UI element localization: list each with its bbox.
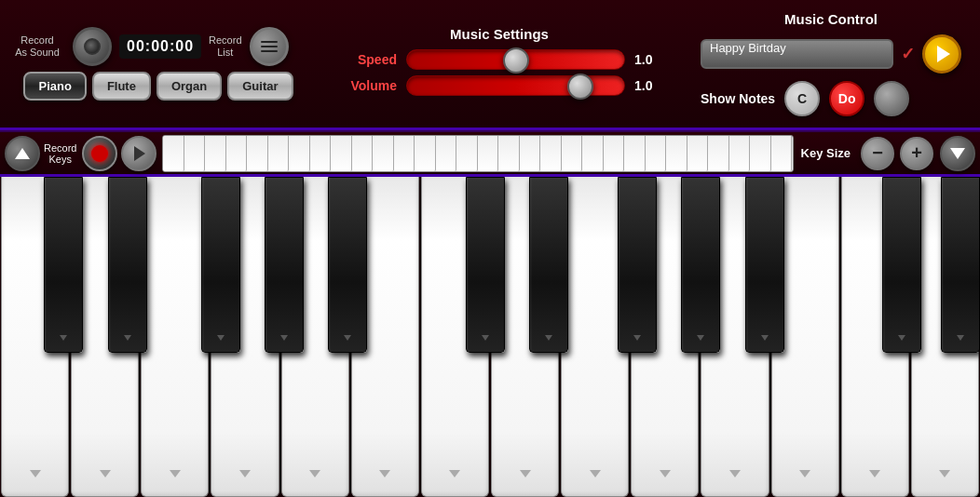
record-as-sound-line2: As Sound xyxy=(15,47,60,59)
mini-white-key[interactable] xyxy=(352,136,374,171)
scroll-down-button[interactable] xyxy=(940,136,975,171)
music-control-section: Music Control Happy Birtday ✓ Show Notes… xyxy=(691,11,971,116)
mini-white-key[interactable] xyxy=(289,136,310,171)
mini-white-key[interactable] xyxy=(624,136,646,171)
time-display: 00:00:00 xyxy=(119,34,201,59)
play-small-icon xyxy=(134,146,145,161)
black-key-11[interactable] xyxy=(882,177,921,353)
checkmark-icon: ✓ xyxy=(901,44,915,64)
note-do-button[interactable]: Do xyxy=(829,81,864,116)
mini-white-key[interactable] xyxy=(708,136,729,171)
mini-white-key[interactable] xyxy=(331,136,352,171)
speed-slider-thumb[interactable] xyxy=(503,47,529,74)
record-controls: Record As Sound 00:00:00 Record List xyxy=(9,27,307,66)
record-as-sound-line1: Record xyxy=(20,34,53,47)
volume-label: Volume xyxy=(341,78,397,93)
music-control-title: Music Control xyxy=(701,11,961,27)
mini-white-key[interactable] xyxy=(520,136,541,171)
black-key-8[interactable] xyxy=(618,177,657,353)
mini-white-key[interactable] xyxy=(687,136,709,171)
mini-white-key[interactable] xyxy=(540,136,562,171)
note-c-button[interactable]: C xyxy=(784,81,820,116)
key-size-minus-button[interactable]: − xyxy=(861,137,894,170)
mini-white-key[interactable] xyxy=(184,136,206,171)
mini-white-key[interactable] xyxy=(604,136,625,171)
show-notes-label: Show Notes xyxy=(701,91,775,106)
mini-white-key[interactable] xyxy=(394,136,415,171)
music-settings-title: Music Settings xyxy=(450,26,549,42)
organ-button[interactable]: Organ xyxy=(157,72,222,101)
speed-slider-row: Speed 1.0 xyxy=(341,49,658,70)
mini-white-key[interactable] xyxy=(247,136,268,171)
record-dot-icon xyxy=(91,145,108,162)
volume-slider-thumb[interactable] xyxy=(567,74,593,100)
piano-button[interactable]: Piano xyxy=(23,72,86,101)
mini-white-key[interactable] xyxy=(478,136,499,171)
instrument-buttons: Piano Flute Organ Guitar xyxy=(23,72,293,101)
white-key-3[interactable] xyxy=(141,177,209,497)
mini-white-key[interactable] xyxy=(373,136,394,171)
record-as-sound-section: Record As Sound xyxy=(9,34,65,59)
black-key-7[interactable] xyxy=(529,177,568,353)
volume-slider-row: Volume 1.0 xyxy=(341,75,658,96)
mini-white-key[interactable] xyxy=(750,136,771,171)
top-bar: Record As Sound 00:00:00 Record List xyxy=(0,0,980,130)
up-arrow-icon xyxy=(15,148,30,159)
record-knob-inner xyxy=(84,38,101,55)
mini-white-key[interactable] xyxy=(562,136,583,171)
record-list-section: Record List xyxy=(209,34,241,59)
mini-white-key[interactable] xyxy=(226,136,248,171)
mini-white-key[interactable] xyxy=(415,136,436,171)
mini-white-key[interactable] xyxy=(666,136,687,171)
record-dot-button[interactable] xyxy=(82,136,117,171)
show-notes-row: Show Notes C Do xyxy=(701,81,961,116)
mini-white-key[interactable] xyxy=(268,136,290,171)
mini-white-key[interactable] xyxy=(205,136,226,171)
mini-white-key[interactable] xyxy=(310,136,332,171)
flute-button[interactable]: Flute xyxy=(92,72,151,101)
speed-value: 1.0 xyxy=(634,52,658,67)
mini-white-key[interactable] xyxy=(582,136,604,171)
mini-keys-container xyxy=(162,135,793,172)
play-button-small[interactable] xyxy=(121,136,157,171)
black-key-5[interactable] xyxy=(328,177,367,353)
mini-white-key[interactable] xyxy=(646,136,667,171)
record-list-line2: List xyxy=(217,47,233,59)
black-key-12[interactable] xyxy=(941,177,980,353)
mini-white-key[interactable] xyxy=(771,136,793,171)
speed-slider-track[interactable] xyxy=(406,49,625,70)
keyboard-area xyxy=(0,177,980,497)
black-key-10[interactable] xyxy=(745,177,784,353)
mini-white-key[interactable] xyxy=(436,136,457,171)
record-keys-label: RecordKeys xyxy=(44,142,76,165)
black-key-2[interactable] xyxy=(108,177,147,353)
black-key-6[interactable] xyxy=(466,177,505,353)
song-row: Happy Birtday ✓ xyxy=(701,34,961,74)
record-list-line1: Record xyxy=(209,34,241,47)
mini-white-key[interactable] xyxy=(729,136,751,171)
black-key-4[interactable] xyxy=(265,177,304,353)
black-key-9[interactable] xyxy=(681,177,720,353)
key-size-plus-button[interactable]: + xyxy=(900,137,933,170)
record-knob[interactable] xyxy=(73,27,112,66)
mini-white-key[interactable] xyxy=(498,136,520,171)
song-select[interactable]: Happy Birtday xyxy=(701,39,893,69)
down-arrow-icon xyxy=(950,148,965,159)
scroll-up-button[interactable] xyxy=(5,136,40,171)
record-list-button[interactable] xyxy=(250,27,289,66)
speed-label: Speed xyxy=(341,52,397,67)
guitar-button[interactable]: Guitar xyxy=(227,72,293,101)
black-key-3[interactable] xyxy=(201,177,240,353)
mini-white-key[interactable] xyxy=(456,136,478,171)
black-key-1[interactable] xyxy=(44,177,83,353)
key-size-label: Key Size xyxy=(801,146,851,160)
piano-keyboard xyxy=(0,177,980,497)
play-button-large[interactable] xyxy=(922,34,961,74)
hamburger-icon xyxy=(261,41,278,52)
mini-white-keys xyxy=(163,136,792,171)
mini-white-key[interactable] xyxy=(163,136,184,171)
volume-slider-track[interactable] xyxy=(406,75,625,96)
middle-strip: RecordKeys xyxy=(0,130,980,177)
volume-value: 1.0 xyxy=(634,78,658,93)
note-knob[interactable] xyxy=(874,81,909,116)
